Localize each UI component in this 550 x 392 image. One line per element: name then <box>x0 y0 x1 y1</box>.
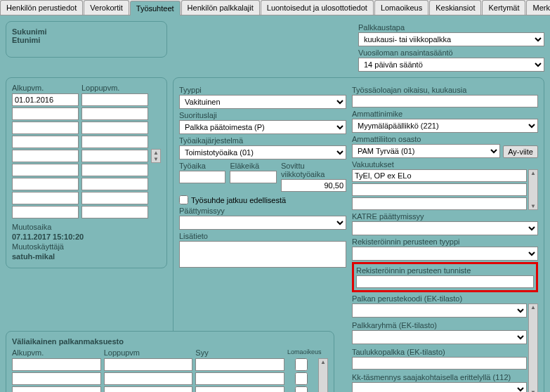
alkupvm-1[interactable] <box>12 107 79 120</box>
ammattinimike-label: Ammattinimike <box>352 110 538 118</box>
sovittu-input[interactable] <box>281 179 346 192</box>
vali-syy-1[interactable] <box>195 372 284 385</box>
loppupvm-8[interactable] <box>81 206 148 218</box>
palkan-select[interactable] <box>352 303 527 318</box>
alkupvm-hdr: Alkupvm. <box>12 84 79 92</box>
etunimi-label: Etunimi <box>12 36 161 44</box>
tyyppi-select[interactable]: Vakituinen <box>179 95 346 109</box>
vakuutukset-scrollbar[interactable]: ▲▼ <box>528 169 538 210</box>
vali-alku-1[interactable] <box>12 372 101 385</box>
tyyppi-label: Tyyppi <box>179 86 346 94</box>
paattymissyy-label: Päättymissyy <box>179 207 346 215</box>
vali-syy-2[interactable] <box>195 386 284 392</box>
name-panel: Sukunimi Etunimi <box>6 21 167 58</box>
muutosaika-label: Muutosaika <box>12 223 161 231</box>
vuosiloma-select[interactable]: 14 päivän sääntö <box>358 58 544 72</box>
alkupvm-3[interactable] <box>12 136 79 148</box>
alkupvm-8[interactable] <box>12 206 79 218</box>
elakeika-label: Eläkeikä <box>230 162 276 170</box>
tyoaika-label: Työaika <box>179 162 225 170</box>
sovittu-label: Sovittu viikkotyöaika <box>281 162 346 178</box>
jatkuu-checkbox[interactable] <box>179 195 188 204</box>
dates-panel: Alkupvm. Loppupvm. ▲▼ Muutosaik <box>6 77 167 268</box>
vali-alkupvm-hdr: Alkupvm. <box>12 348 101 357</box>
loppupvm-3[interactable] <box>81 136 148 148</box>
tab-lomaoikeus[interactable]: Lomaoikeus <box>374 0 428 15</box>
rekperusteen-tunniste-input[interactable] <box>356 275 534 288</box>
loppupvm-hdr: Loppupvm. <box>81 84 148 92</box>
tab-luontoisedut[interactable]: Luontoisedut ja ulosottotiedot <box>261 0 374 15</box>
tab-keskiansiot[interactable]: Keskiansiot <box>429 0 481 15</box>
tyossaolo-label: Työssäoloajan oikaisu, kuukausia <box>352 86 538 94</box>
vali-syy-0[interactable] <box>195 358 284 371</box>
loppupvm-6[interactable] <box>81 178 148 190</box>
highlighted-region: Rekisteröinnin perusteen tunniste <box>352 262 538 292</box>
palkan-label: Palkan perustekoodi (EK-tilasto) <box>352 294 538 303</box>
alkupvm-7[interactable] <box>12 192 79 204</box>
vali-loppu-2[interactable] <box>104 386 193 392</box>
suorituslaji-select[interactable]: Palkka päätoimesta (P) <box>179 120 346 134</box>
kktasmennys-select[interactable] <box>352 382 527 392</box>
palkkaryhma-label: Palkkaryhmä (EK-tilasto) <box>352 321 527 329</box>
lisatieto-input[interactable] <box>179 241 346 268</box>
loppupvm-5[interactable] <box>81 164 148 176</box>
palkkaustapa-label: Palkkaustapa <box>358 23 544 32</box>
vali-loma-1[interactable] <box>287 372 315 385</box>
vali-loma-2[interactable] <box>287 386 315 392</box>
loppupvm-0[interactable] <box>81 93 148 106</box>
alkupvm-4[interactable] <box>12 150 79 162</box>
alkupvm-0[interactable] <box>12 93 79 106</box>
muutosaika-value: 07.11.2017 15:10:20 <box>12 233 161 241</box>
tab-verokortit[interactable]: Verokortit <box>84 0 129 15</box>
vali-alku-2[interactable] <box>12 386 101 392</box>
palkkaustapa-select[interactable]: kuukausi- tai viikkopalkka <box>358 32 544 46</box>
vali-loppu-0[interactable] <box>104 358 193 371</box>
vali-loppupvm-hdr: Loppupvm <box>104 348 193 357</box>
lisatieto-label: Lisätieto <box>179 232 346 240</box>
vakuutukset-2[interactable] <box>352 197 527 210</box>
muutoskayttaja-value: satuh-mikal <box>12 252 161 261</box>
palkkaryhma-select[interactable] <box>352 330 527 344</box>
tab-kertymat[interactable]: Kertymät <box>482 0 525 15</box>
rekperusteen-tunniste-label: Rekisteröinnin perusteen tunniste <box>356 266 534 275</box>
tab-tyosuhteet[interactable]: Työsuhteet <box>130 1 181 15</box>
tyoaikajarjestelma-select[interactable]: Toimistotyöaika (01) <box>179 145 346 159</box>
tab-palkkalajit[interactable]: Henkilön palkkalajit <box>181 0 260 15</box>
rekperusteen-tyyppi-label: Rekisteröinnin perusteen tyyppi <box>352 237 538 246</box>
ayviite-button[interactable]: Ay-viite <box>503 145 538 158</box>
valiaikainen-title: Väliaikainen palkanmaksuesto <box>12 337 328 346</box>
vali-loma-0[interactable] <box>287 358 315 371</box>
suorituslaji-label: Suorituslaji <box>179 111 346 119</box>
vakuutukset-0[interactable] <box>352 169 527 182</box>
katre-select[interactable] <box>352 221 538 235</box>
tyossaolo-input[interactable] <box>352 95 538 107</box>
alkupvm-6[interactable] <box>12 178 79 190</box>
vali-scrollbar[interactable]: ▲▼ <box>318 358 328 392</box>
vali-syy-hdr: Syy <box>195 348 284 357</box>
paattymissyy-select[interactable] <box>179 216 346 230</box>
ammattiliitto-label: Ammattiliiton osasto <box>352 135 538 143</box>
jatkuu-label: Työsuhde jatkuu edellisestä <box>191 196 286 204</box>
ammattinimike-select[interactable]: Myymäläpäällikkö (221) <box>352 119 538 133</box>
muutoskayttaja-label: Muutoskäyttäjä <box>12 242 161 251</box>
tab-merkkipaivat[interactable]: Merkkipäivät <box>526 0 550 15</box>
elakeika-input[interactable] <box>230 171 276 183</box>
tyoaika-input[interactable] <box>179 171 225 183</box>
ammattiliitto-select[interactable]: PAM Tyrvää (01) <box>352 144 500 158</box>
vali-alku-0[interactable] <box>12 358 101 371</box>
alkupvm-2[interactable] <box>12 122 79 134</box>
taulukkopalkka-input[interactable] <box>352 357 527 370</box>
vali-loma-hdr: Lomaoikeus <box>287 348 315 357</box>
vakuutukset-1[interactable] <box>352 183 527 196</box>
loppupvm-1[interactable] <box>81 107 148 120</box>
loppupvm-4[interactable] <box>81 150 148 162</box>
dates-scrollbar[interactable]: ▲▼ <box>151 149 161 163</box>
rekperusteen-tyyppi-select[interactable] <box>352 247 538 261</box>
tab-perustiedot[interactable]: Henkilön perustiedot <box>0 0 83 15</box>
vali-loppu-1[interactable] <box>104 372 193 385</box>
loppupvm-7[interactable] <box>81 192 148 204</box>
kktasmennys-label: Kk-täsmennys saajakohtaisella erittelyll… <box>352 373 527 381</box>
ek-scrollbar[interactable]: ▲▼ <box>528 303 538 392</box>
loppupvm-2[interactable] <box>81 122 148 134</box>
alkupvm-5[interactable] <box>12 164 79 176</box>
